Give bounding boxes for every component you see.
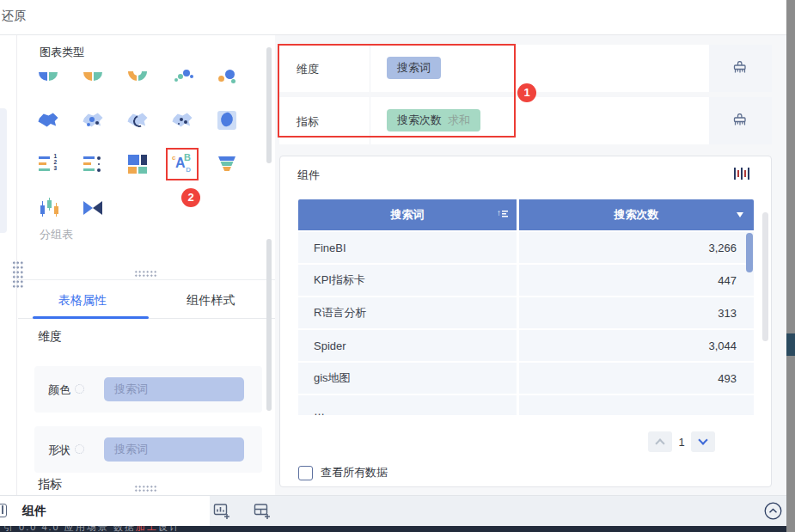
component-panel-title: 组件 [297, 168, 320, 183]
view-all-label: 查看所有数据 [321, 465, 388, 480]
aggregation-label: 求和 [448, 113, 470, 126]
tab-table-properties[interactable]: 表格属性 [18, 288, 147, 317]
cell-search-count [519, 395, 754, 415]
page-up-button[interactable] [648, 431, 672, 452]
cell-search-term: Spider [298, 330, 517, 361]
divider [370, 45, 370, 92]
table-scrollbar-thumb[interactable] [746, 233, 753, 272]
filter-caret-icon[interactable] [737, 212, 743, 217]
map-point-chart-type-icon[interactable] [171, 109, 193, 131]
cell-search-term: R语言分析 [298, 297, 517, 328]
table-row[interactable]: KPI指标卡447 [298, 265, 754, 296]
shape-label: 形状 [48, 443, 70, 458]
cell-search-term: FineBI [298, 232, 517, 263]
chart-type-section-title: 图表类型 [40, 45, 84, 60]
collapse-footer-button[interactable] [764, 502, 782, 520]
clear-shelf-cell [709, 97, 772, 144]
table-row[interactable]: FineBI3,266 [298, 232, 754, 263]
treemap-chart-type-icon[interactable] [126, 153, 149, 175]
chart-type-grid: cABD [37, 65, 238, 219]
grouped-table: 搜索词 ↑ 搜索次数 FineBI3,266KPI指标卡447R语言分析313S… [298, 199, 754, 415]
word-cloud-chart-type-icon[interactable]: cABD [171, 153, 193, 175]
color-field-pill[interactable]: 搜索词 [104, 377, 244, 401]
view-all-checkbox[interactable] [298, 466, 313, 480]
color-label: 颜色 [48, 382, 70, 398]
word-cloud-letter: B [184, 152, 191, 162]
column-header-label: 搜索次数 [615, 207, 659, 223]
top-bar: 还原 [0, 0, 795, 35]
map-flow-chart-type-icon[interactable] [126, 109, 149, 131]
metric-pill-text: 搜索次数 [397, 113, 442, 126]
cell-search-count: 3,044 [519, 330, 754, 361]
cell-search-term: … [298, 395, 517, 415]
bowtie-chart-type-icon[interactable] [82, 197, 104, 219]
cell-search-term: KPI指标卡 [298, 265, 517, 296]
table-row[interactable]: gis地图493 [298, 363, 754, 394]
scrollbar-thumb[interactable] [786, 333, 795, 356]
gear-icon[interactable] [75, 444, 84, 454]
detail-settings-icon[interactable] [734, 168, 749, 180]
pie-split-chart-type-icon[interactable] [37, 65, 59, 88]
scrollbar-thumb[interactable] [266, 239, 272, 411]
map-heat-chart-type-icon[interactable] [216, 109, 238, 131]
restore-button[interactable]: 还原 [2, 9, 26, 24]
component-preview-panel: 组件 搜索词 ↑ 搜索次数 FineBI3,266KPI指标卡447R语言分析3… [279, 156, 772, 487]
panel-resize-handle[interactable] [11, 260, 23, 289]
rank-list-chart-type-icon[interactable] [37, 153, 59, 175]
page-number: 1 [672, 436, 691, 449]
clear-shelf-cell [709, 45, 772, 92]
shape-field-pill[interactable]: 搜索词 [104, 437, 244, 462]
column-header-search-count[interactable]: 搜索次数 [519, 199, 754, 230]
funnel-chart-type-icon[interactable] [216, 153, 238, 175]
window-scrollbar-strip[interactable] [786, 0, 795, 532]
chart-settings-panel: 图表类型 cABD 分组表 表格属性组件样式 维度 颜色 搜索词 形状 搜索词 … [18, 35, 275, 495]
scatter-chart-type-icon[interactable] [171, 65, 193, 88]
add-dashboard-icon[interactable] [254, 503, 271, 523]
clear-brush-icon[interactable] [732, 113, 748, 128]
cell-search-count: 3,266 [519, 232, 754, 263]
table-row[interactable]: … [298, 395, 754, 415]
left-panel-tabs: 表格属性组件样式 [18, 288, 275, 317]
dimension-pill-search-term[interactable]: 搜索词 [387, 57, 441, 79]
tab-component-style[interactable]: 组件样式 [147, 288, 276, 317]
clear-brush-icon[interactable] [732, 61, 748, 76]
gear-icon[interactable] [75, 384, 84, 394]
dimension-shelf-label: 维度 [297, 62, 319, 77]
table-row[interactable]: R语言分析313 [298, 297, 754, 328]
table-body: FineBI3,266KPI指标卡447R语言分析313Spider3,044g… [298, 230, 754, 415]
sort-icon[interactable]: ↑ [497, 209, 508, 217]
table-row[interactable]: Spider3,044 [298, 330, 754, 361]
component-footer-bar: 组件 [0, 495, 786, 526]
chevron-up-icon [655, 438, 664, 448]
scrollbar-thumb[interactable] [266, 47, 272, 163]
collapsed-panel-edge [0, 108, 7, 233]
column-header-label: 搜索词 [391, 207, 425, 223]
selected-chart-type-label: 分组表 [40, 227, 73, 242]
metric-shelf-row: 指标 搜索次数求和 [279, 97, 772, 144]
column-header-search-term[interactable]: 搜索词 ↑ [298, 199, 517, 230]
map-bubble-chart-type-icon[interactable] [82, 109, 104, 131]
rose-chart-type-icon[interactable] [126, 65, 149, 88]
view-all-data-option[interactable]: 查看所有数据 [298, 465, 388, 480]
map-solid-chart-type-icon[interactable] [37, 109, 59, 131]
metric-shelf-label: 指标 [297, 114, 319, 130]
shape-mapping-row: 形状 搜索词 [34, 426, 262, 473]
dimension-section-title: 维度 [38, 329, 62, 345]
pie-split-warm-chart-type-icon[interactable] [82, 65, 104, 88]
page-down-button[interactable] [691, 431, 715, 452]
panel-scrollbar-thumb[interactable] [762, 212, 768, 341]
section-drag-handle[interactable] [134, 485, 158, 492]
cell-search-count: 313 [519, 297, 754, 328]
annotation-step-1: 1 [517, 83, 536, 102]
footer-component-title: 组件 [22, 504, 46, 519]
section-drag-handle[interactable] [134, 270, 158, 278]
candlestick-chart-type-icon[interactable] [37, 197, 59, 219]
dot-list-chart-type-icon[interactable] [82, 153, 104, 175]
annotation-step-2: 2 [181, 188, 200, 207]
metric-pill-search-count[interactable]: 搜索次数求和 [387, 109, 480, 131]
footer-toolbar-area [210, 496, 786, 526]
add-component-icon[interactable] [213, 503, 230, 523]
divider [18, 279, 275, 280]
bubble-chart-type-icon[interactable] [216, 65, 238, 88]
cell-search-term: gis地图 [298, 363, 517, 394]
